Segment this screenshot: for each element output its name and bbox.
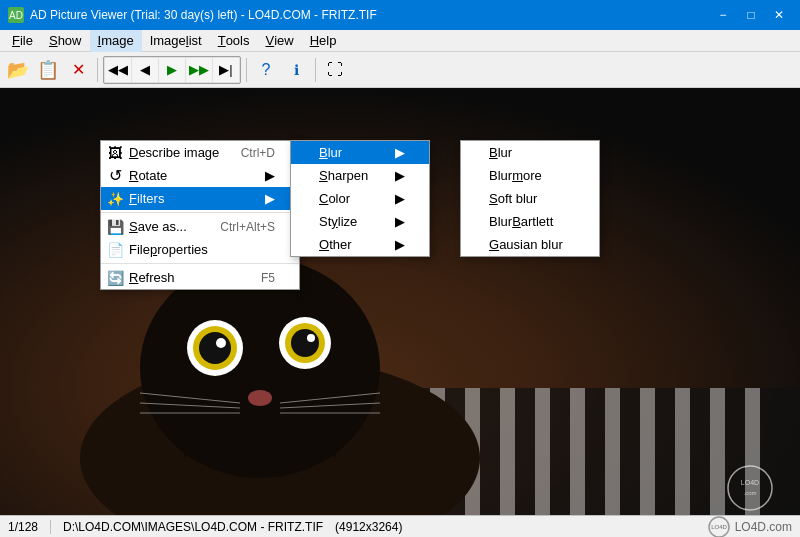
filter-color[interactable]: Color ▶ (291, 187, 429, 210)
toolbar-fullscreen[interactable]: ⛶ (321, 56, 349, 84)
image-area: LO4D .com 🖼 Describe image Ctrl+D ↺ Rota… (0, 88, 800, 515)
menu-item-refresh[interactable]: 🔄 Refresh F5 (101, 266, 299, 289)
blur-normal[interactable]: Blur (461, 141, 599, 164)
menu-file[interactable]: File (4, 30, 41, 52)
nav-play-icon: ▶ (167, 62, 177, 77)
nav-first-icon: ◀◀ (108, 62, 128, 77)
toolbar-recent[interactable]: 📋 (34, 56, 62, 84)
nav-last-button[interactable]: ▶| (213, 58, 239, 82)
stylize-arrow: ▶ (385, 214, 405, 229)
close-button[interactable]: ✕ (766, 5, 792, 25)
blur-more[interactable]: Blur more (461, 164, 599, 187)
menu-image[interactable]: Image (90, 30, 142, 52)
app-icon: AD (8, 7, 24, 23)
fullscreen-icon: ⛶ (327, 61, 343, 79)
nav-prev-button[interactable]: ◀ (132, 58, 158, 82)
toolbar-open[interactable]: 📂 (4, 56, 32, 84)
filter-sharpen[interactable]: Sharpen ▶ (291, 164, 429, 187)
menu-item-fileprops[interactable]: 📄 File properties (101, 238, 299, 261)
refresh-shortcut: F5 (241, 271, 275, 285)
lo4d-logo-icon: LO4D (707, 515, 731, 538)
svg-rect-11 (640, 388, 655, 515)
svg-point-21 (199, 332, 231, 364)
color-arrow: ▶ (385, 191, 405, 206)
describe-shortcut: Ctrl+D (221, 146, 275, 160)
recent-icon: 📋 (37, 59, 59, 81)
lo4d-watermark: LO4D LO4D.com (707, 515, 792, 538)
svg-rect-9 (570, 388, 585, 515)
svg-point-22 (216, 338, 226, 348)
filters-submenu-popup[interactable]: Blur ▶ Sharpen ▶ Color ▶ Stylize ▶ Other… (290, 140, 430, 257)
refresh-icon: 🔄 (105, 268, 125, 288)
menu-item-saveas[interactable]: 💾 Save as... Ctrl+Alt+S (101, 215, 299, 238)
menu-item-filters[interactable]: ✨ Filters ▶ (101, 187, 299, 210)
close-doc-icon: ✕ (72, 60, 85, 79)
separator-2 (246, 58, 247, 82)
toolbar-help[interactable]: ? (252, 56, 280, 84)
svg-point-16 (140, 258, 380, 478)
lo4d-text: LO4D.com (735, 520, 792, 534)
other-arrow: ▶ (385, 237, 405, 252)
menu-bar: File Show Image Image list Tools View He… (0, 30, 800, 52)
fileprops-icon: 📄 (105, 240, 125, 260)
svg-point-26 (307, 334, 315, 342)
filter-blur[interactable]: Blur ▶ (291, 141, 429, 164)
svg-point-25 (291, 329, 319, 357)
separator-3 (315, 58, 316, 82)
status-bar: 1/128 D:\LO4D.COM\IMAGES\LO4D.COM - FRIT… (0, 515, 800, 537)
nav-group: ◀◀ ◀ ▶ ▶▶ ▶| (103, 56, 241, 84)
rotate-arrow: ▶ (255, 168, 275, 183)
info-icon: ℹ (294, 62, 299, 78)
nav-next-icon: ▶▶ (189, 62, 209, 77)
rotate-icon: ↺ (105, 166, 125, 186)
menu-help[interactable]: Help (302, 30, 345, 52)
svg-rect-8 (535, 388, 550, 515)
nav-next-button[interactable]: ▶▶ (186, 58, 212, 82)
status-sep-1 (50, 520, 51, 534)
menu-separator (101, 212, 299, 213)
status-dimensions: (4912x3264) (335, 520, 402, 534)
menu-item-rotate[interactable]: ↺ Rotate ▶ (101, 164, 299, 187)
describe-icon: 🖼 (105, 143, 125, 163)
filters-arrow: ▶ (255, 191, 275, 206)
menu-imagelist[interactable]: Image list (142, 30, 210, 52)
saveas-icon: 💾 (105, 217, 125, 237)
filter-stylize[interactable]: Stylize ▶ (291, 210, 429, 233)
toolbar-info[interactable]: ℹ (282, 56, 310, 84)
sharpen-arrow: ▶ (385, 168, 405, 183)
saveas-shortcut: Ctrl+Alt+S (200, 220, 275, 234)
blur-soft[interactable]: Soft blur (461, 187, 599, 210)
filters-icon: ✨ (105, 189, 125, 209)
menu-show[interactable]: Show (41, 30, 90, 52)
filter-other[interactable]: Other ▶ (291, 233, 429, 256)
title-bar: AD AD Picture Viewer (Trial: 30 day(s) l… (0, 0, 800, 30)
status-path: D:\LO4D.COM\IMAGES\LO4D.COM - FRITZ.TIF (63, 520, 323, 534)
maximize-button[interactable]: □ (738, 5, 764, 25)
svg-rect-12 (675, 388, 690, 515)
menu-tools[interactable]: Tools (210, 30, 258, 52)
svg-rect-7 (500, 388, 515, 515)
svg-rect-13 (710, 388, 725, 515)
menu-item-describe[interactable]: 🖼 Describe image Ctrl+D (101, 141, 299, 164)
help-icon: ? (262, 61, 271, 79)
toolbar-close[interactable]: ✕ (64, 56, 92, 84)
separator-1 (97, 58, 98, 82)
menu-separator-2 (101, 263, 299, 264)
menu-view[interactable]: View (258, 30, 302, 52)
blur-gaussian[interactable]: Gausian blur (461, 233, 599, 256)
svg-rect-10 (605, 388, 620, 515)
blur-arrow: ▶ (385, 145, 405, 160)
open-icon: 📂 (7, 59, 29, 81)
window-title: AD Picture Viewer (Trial: 30 day(s) left… (30, 8, 377, 22)
blur-submenu-popup[interactable]: Blur Blur more Soft blur Blur Bartlett G… (460, 140, 600, 257)
svg-point-27 (248, 390, 272, 406)
nav-play-button[interactable]: ▶ (159, 58, 185, 82)
svg-text:LO4D: LO4D (741, 479, 759, 486)
window-controls: − □ ✕ (710, 5, 792, 25)
minimize-button[interactable]: − (710, 5, 736, 25)
nav-first-button[interactable]: ◀◀ (105, 58, 131, 82)
status-position: 1/128 (8, 520, 38, 534)
toolbar: 📂 📋 ✕ ◀◀ ◀ ▶ ▶▶ ▶| ? ℹ ⛶ (0, 52, 800, 88)
blur-bartlett[interactable]: Blur Bartlett (461, 210, 599, 233)
image-menu-popup[interactable]: 🖼 Describe image Ctrl+D ↺ Rotate ▶ ✨ Fil… (100, 140, 300, 290)
